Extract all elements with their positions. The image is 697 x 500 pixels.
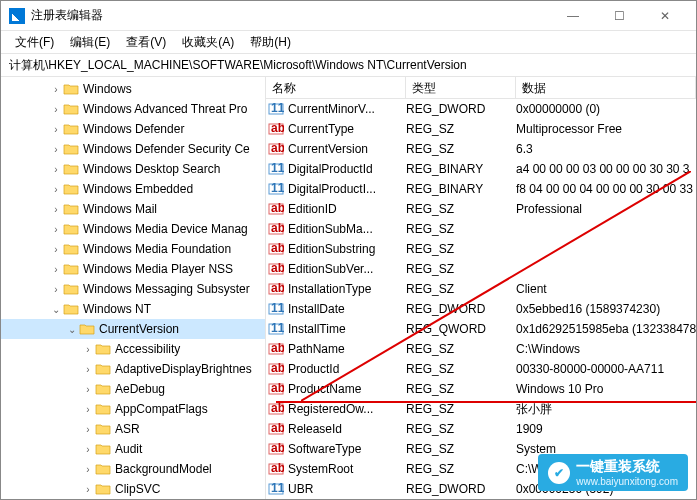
key-tree[interactable]: ›Windows›Windows Advanced Threat Pro›Win…: [1, 77, 266, 499]
string-value-icon: ab: [266, 341, 286, 357]
value-row[interactable]: abCurrentVersionREG_SZ6.3: [266, 139, 696, 159]
tree-label: Windows Desktop Search: [83, 162, 220, 176]
chevron-right-icon[interactable]: ›: [49, 244, 63, 255]
tree-node[interactable]: ›AppCompatFlags: [1, 399, 265, 419]
binary-value-icon: 110: [266, 101, 286, 117]
tree-node[interactable]: ⌄CurrentVersion: [1, 319, 265, 339]
maximize-button[interactable]: ☐: [596, 1, 642, 31]
header-data[interactable]: 数据: [516, 77, 696, 98]
tree-node[interactable]: ›AeDebug: [1, 379, 265, 399]
svg-text:ab: ab: [271, 361, 284, 375]
tree-node[interactable]: ›Windows Desktop Search: [1, 159, 265, 179]
folder-icon: [63, 242, 79, 256]
menu-file[interactable]: 文件(F): [9, 32, 60, 53]
header-type[interactable]: 类型: [406, 77, 516, 98]
folder-icon: [63, 262, 79, 276]
svg-line-40: [301, 171, 691, 401]
close-button[interactable]: ✕: [642, 1, 688, 31]
tree-node[interactable]: ›Windows Defender Security Ce: [1, 139, 265, 159]
chevron-right-icon[interactable]: ›: [81, 364, 95, 375]
tree-node[interactable]: ›Audit: [1, 439, 265, 459]
folder-icon: [95, 382, 111, 396]
string-value-icon: ab: [266, 221, 286, 237]
string-value-icon: ab: [266, 401, 286, 417]
tree-node[interactable]: ›AdaptiveDisplayBrightnes: [1, 359, 265, 379]
tree-node[interactable]: ›Windows Media Device Manag: [1, 219, 265, 239]
tree-node[interactable]: ›Windows Defender: [1, 119, 265, 139]
value-data: 0x00000000 (0): [516, 102, 696, 116]
value-name: UBR: [286, 482, 406, 496]
value-row[interactable]: abCurrentTypeREG_SZMultiprocessor Free: [266, 119, 696, 139]
string-value-icon: ab: [266, 201, 286, 217]
tree-label: ClipSVC: [115, 482, 160, 496]
chevron-right-icon[interactable]: ›: [81, 344, 95, 355]
chevron-down-icon[interactable]: ⌄: [49, 304, 63, 315]
chevron-right-icon[interactable]: ›: [81, 484, 95, 495]
watermark-url: www.baiyunxitong.com: [576, 476, 678, 487]
address-bar[interactable]: 计算机\HKEY_LOCAL_MACHINE\SOFTWARE\Microsof…: [1, 53, 696, 77]
folder-icon: [95, 442, 111, 456]
tree-label: Audit: [115, 442, 142, 456]
value-name: SoftwareType: [286, 442, 406, 456]
chevron-right-icon[interactable]: ›: [49, 184, 63, 195]
menu-edit[interactable]: 编辑(E): [64, 32, 116, 53]
chevron-right-icon[interactable]: ›: [49, 84, 63, 95]
tree-node[interactable]: ›Windows Advanced Threat Pro: [1, 99, 265, 119]
chevron-right-icon[interactable]: ›: [49, 224, 63, 235]
watermark-logo-icon: ✔: [548, 462, 570, 484]
titlebar: 注册表编辑器 — ☐ ✕: [1, 1, 696, 31]
string-value-icon: ab: [266, 121, 286, 137]
tree-node[interactable]: ›Accessibility: [1, 339, 265, 359]
value-data: 6.3: [516, 142, 696, 156]
header-name[interactable]: 名称: [266, 77, 406, 98]
tree-node[interactable]: ›Windows: [1, 79, 265, 99]
menu-favorites[interactable]: 收藏夹(A): [176, 32, 240, 53]
binary-value-icon: 110: [266, 321, 286, 337]
tree-node[interactable]: ⌄Windows NT: [1, 299, 265, 319]
tree-label: Windows Defender: [83, 122, 184, 136]
chevron-right-icon[interactable]: ›: [81, 384, 95, 395]
value-row[interactable]: abReleaseIdREG_SZ1909: [266, 419, 696, 439]
menu-help[interactable]: 帮助(H): [244, 32, 297, 53]
tree-label: Windows Messaging Subsyster: [83, 282, 250, 296]
tree-label: AeDebug: [115, 382, 165, 396]
chevron-right-icon[interactable]: ›: [49, 264, 63, 275]
tree-node[interactable]: ›Windows Messaging Subsyster: [1, 279, 265, 299]
menu-view[interactable]: 查看(V): [120, 32, 172, 53]
tree-label: Windows Advanced Threat Pro: [83, 102, 248, 116]
watermark-badge: ✔ 一键重装系统 www.baiyunxitong.com: [538, 454, 688, 491]
svg-text:ab: ab: [271, 381, 284, 395]
svg-text:ab: ab: [271, 141, 284, 155]
value-row[interactable]: 110CurrentMinorV...REG_DWORD0x00000000 (…: [266, 99, 696, 119]
chevron-down-icon[interactable]: ⌄: [65, 324, 79, 335]
tree-node[interactable]: ›BackgroundModel: [1, 459, 265, 479]
chevron-right-icon[interactable]: ›: [81, 464, 95, 475]
binary-value-icon: 110: [266, 161, 286, 177]
svg-text:ab: ab: [271, 121, 284, 135]
tree-node[interactable]: ›Windows Media Player NSS: [1, 259, 265, 279]
chevron-right-icon[interactable]: ›: [81, 424, 95, 435]
chevron-right-icon[interactable]: ›: [49, 284, 63, 295]
chevron-right-icon[interactable]: ›: [49, 204, 63, 215]
chevron-right-icon[interactable]: ›: [81, 444, 95, 455]
tree-node[interactable]: ›Windows Embedded: [1, 179, 265, 199]
tree-node[interactable]: ›Windows Mail: [1, 199, 265, 219]
folder-icon: [95, 402, 111, 416]
window-title: 注册表编辑器: [31, 7, 550, 24]
watermark-text: 一键重装系统: [576, 458, 678, 476]
tree-node[interactable]: ›ASR: [1, 419, 265, 439]
chevron-right-icon[interactable]: ›: [49, 124, 63, 135]
chevron-right-icon[interactable]: ›: [49, 164, 63, 175]
chevron-right-icon[interactable]: ›: [49, 144, 63, 155]
folder-icon: [95, 422, 111, 436]
value-name: SystemRoot: [286, 462, 406, 476]
folder-icon: [63, 302, 79, 316]
tree-label: Windows Defender Security Ce: [83, 142, 250, 156]
tree-node[interactable]: ›Windows Media Foundation: [1, 239, 265, 259]
folder-icon: [63, 122, 79, 136]
chevron-right-icon[interactable]: ›: [81, 404, 95, 415]
tree-label: Windows Media Device Manag: [83, 222, 248, 236]
chevron-right-icon[interactable]: ›: [49, 104, 63, 115]
tree-node[interactable]: ›ClipSVC: [1, 479, 265, 499]
minimize-button[interactable]: —: [550, 1, 596, 31]
